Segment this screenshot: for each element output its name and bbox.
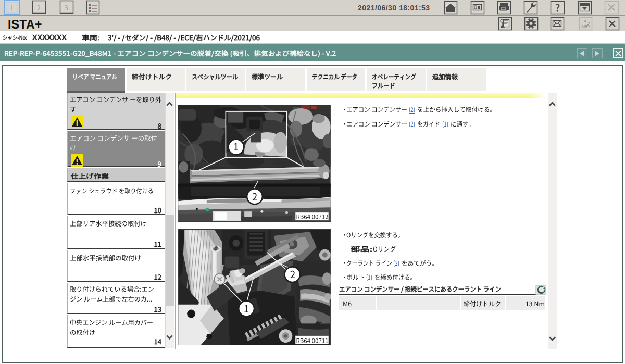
- svg-text:Nm: Nm: [538, 291, 543, 294]
